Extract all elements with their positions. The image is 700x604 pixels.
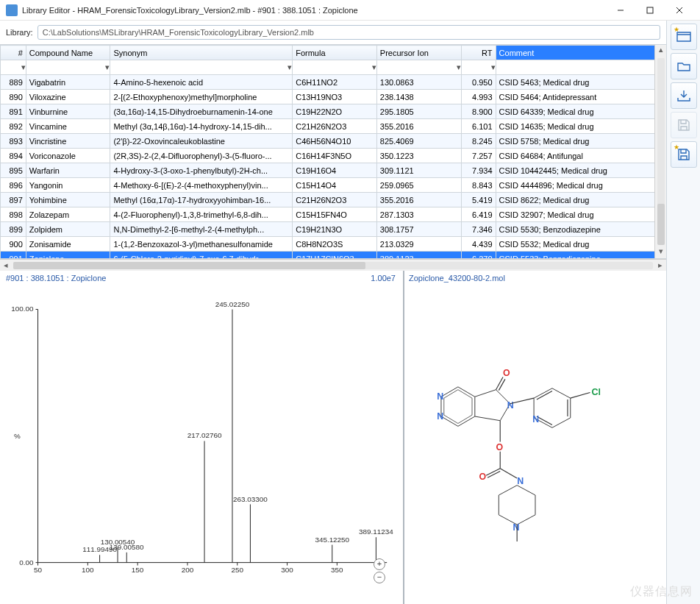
cell-com[interactable]: CSID 5533; Benzodiazepine [496,252,665,260]
table-hscrollbar[interactable]: ◂▸ [0,259,666,271]
table-row[interactable]: 901Zopiclone6-(5-Chloro-2-pyridinyl)-7-o… [1,252,666,260]
cell-syn[interactable]: 6-(5-Chloro-2-pyridinyl)-7-oxo-6,7-dihyd… [110,252,293,260]
table-row[interactable]: 892VincamineMethyl (3α,14β,16α)-14-hydro… [1,119,666,134]
save-button[interactable] [671,112,697,138]
cell-formula[interactable]: C13H19NO3 [293,90,377,104]
cell-name[interactable]: Voriconazole [26,149,110,163]
table-row[interactable]: 896Yangonin4-Methoxy-6-[(E)-2-(4-methoxy… [1,178,666,193]
table-row[interactable]: 893Vincristine(2'β)-22-Oxovincaleukoblas… [1,134,666,149]
cell-syn[interactable]: N,N-Dimethyl-2-[6-methyl-2-(4-methylph..… [110,222,293,237]
cell-rt[interactable]: 8.900 [461,104,496,119]
table-row[interactable]: 897YohimbineMethyl (16α,17α)-17-hydroxyy… [1,193,666,207]
cell-com[interactable]: CSID 5758; Medical drug [496,134,665,149]
cell-com[interactable]: CSID 5463; Medical drug [496,75,665,90]
cell-prec[interactable]: 355.2016 [376,193,461,207]
cell-idx[interactable]: 899 [1,222,26,237]
cell-prec[interactable]: 213.0329 [376,237,461,252]
cell-prec[interactable]: 825.4069 [376,134,461,149]
zoom-in-button[interactable]: + [374,558,385,570]
minimize-button[interactable] [606,0,635,21]
cell-rt[interactable]: 8.843 [461,178,496,193]
new-library-button[interactable]: ★ [671,24,697,50]
col-comment[interactable]: Comment [496,46,665,60]
cell-prec[interactable]: 350.1223 [376,149,461,163]
cell-syn[interactable]: 1-(1,2-Benzoxazol-3-yl)methanesulfonamid… [110,237,293,252]
cell-prec[interactable]: 287.1303 [376,207,461,222]
cell-rt[interactable]: 6.270 [461,252,496,260]
cell-name[interactable]: Warfarin [26,163,110,178]
cell-formula[interactable]: C15H15FN4O [293,207,377,222]
cell-idx[interactable]: 901 [1,252,26,260]
cell-com[interactable]: CSID 64339; Medical drug [496,104,665,119]
cell-name[interactable]: Vincristine [26,134,110,149]
cell-name[interactable]: Zonisamide [26,237,110,252]
cell-rt[interactable]: 4.993 [461,90,496,104]
table-row[interactable]: 894Voriconazole(2R,3S)-2-(2,4-Difluoroph… [1,149,666,163]
cell-name[interactable]: Yohimbine [26,193,110,207]
cell-name[interactable]: Vigabatrin [26,75,110,90]
import-button[interactable] [671,82,697,109]
cell-com[interactable]: CSID 32907; Medical drug [496,207,665,222]
table-vscrollbar[interactable]: ▴▾ [654,45,666,258]
cell-idx[interactable]: 893 [1,134,26,149]
maximize-button[interactable] [635,0,665,21]
cell-idx[interactable]: 889 [1,75,26,90]
cell-syn[interactable]: (2'β)-22-Oxovincaleukoblastine [110,134,293,149]
cell-com[interactable]: CSID 8622; Medical drug [496,193,665,207]
cell-formula[interactable]: C8H8N2O3S [293,237,377,252]
cell-rt[interactable]: 7.934 [461,163,496,178]
table-header-row[interactable]: # Compound Name Synonym Formula Precurso… [1,46,666,60]
compound-table[interactable]: # Compound Name Synonym Formula Precurso… [0,44,666,259]
cell-prec[interactable]: 389.1123 [376,252,461,260]
cell-idx[interactable]: 900 [1,237,26,252]
close-button[interactable] [665,0,694,21]
filter-icon[interactable]: ▾ [491,63,496,72]
cell-formula[interactable]: C19H16O4 [293,163,377,178]
table-row[interactable]: 891Vinburnine(3α,16α)-14,15-Dihydroeburn… [1,104,666,119]
filter-icon[interactable]: ▾ [372,63,376,72]
zoom-out-button[interactable]: − [374,572,385,583]
cell-idx[interactable]: 896 [1,178,26,193]
cell-prec[interactable]: 308.1757 [376,222,461,237]
cell-formula[interactable]: C16H14F3N5O [293,149,377,163]
col-name[interactable]: Compound Name [26,46,110,60]
spectrum-pane[interactable]: #901 : 388.1051 : Zopiclone 1.00e7 100.0… [0,271,404,604]
filter-icon[interactable]: ▾ [21,63,26,72]
cell-prec[interactable]: 259.0965 [376,178,461,193]
cell-name[interactable]: Vinburnine [26,104,110,119]
cell-com[interactable]: CSID 14635; Medical drug [496,119,665,134]
cell-idx[interactable]: 890 [1,90,26,104]
cell-idx[interactable]: 892 [1,119,26,134]
open-library-button[interactable] [671,53,697,79]
cell-formula[interactable]: C17H17ClN6O3 [293,252,377,260]
cell-formula[interactable]: C21H26N2O3 [293,193,377,207]
col-rt[interactable]: RT [461,46,496,60]
col-index[interactable]: # [1,46,26,60]
cell-name[interactable]: Yangonin [26,178,110,193]
cell-syn[interactable]: 4-(2-Fluorophenyl)-1,3,8-trimethyl-6,8-d… [110,207,293,222]
table-row[interactable]: 889Vigabatrin4-Amino-5-hexenoic acidC6H1… [1,75,666,90]
cell-com[interactable]: CSID 4444896; Medical drug [496,178,665,193]
cell-formula[interactable]: C46H56N4O10 [293,134,377,149]
cell-idx[interactable]: 895 [1,163,26,178]
structure-pane[interactable]: Zopiclone_43200-80-2.mol N N O N [404,271,666,604]
spectrum-chart[interactable]: 100.000.00%50100150200250300350111.99490… [6,283,399,598]
cell-formula[interactable]: C19H22N2O [293,104,377,119]
cell-formula[interactable]: C19H21N3O [293,222,377,237]
table-row[interactable]: 895Warfarin4-Hydroxy-3-(3-oxo-1-phenylbu… [1,163,666,178]
cell-syn[interactable]: 4-Hydroxy-3-(3-oxo-1-phenylbutyl)-2H-ch.… [110,163,293,178]
cell-rt[interactable]: 8.245 [461,134,496,149]
cell-formula[interactable]: C6H11NO2 [293,75,377,90]
cell-com[interactable]: CSID 5532; Medical drug [496,237,665,252]
cell-formula[interactable]: C21H26N2O3 [293,119,377,134]
col-precursor[interactable]: Precursor Ion [376,46,461,60]
cell-com[interactable]: CSID 5464; Antidepressant [496,90,665,104]
cell-idx[interactable]: 897 [1,193,26,207]
library-path-field[interactable]: C:\LabSolutions\MSLibrary\HRAM_ForensicT… [38,25,660,40]
cell-com[interactable]: CSID 10442445; Medical drug [496,163,665,178]
filter-icon[interactable]: ▾ [105,63,110,72]
cell-syn[interactable]: 4-Amino-5-hexenoic acid [110,75,293,90]
table-row[interactable]: 899ZolpidemN,N-Dimethyl-2-[6-methyl-2-(4… [1,222,666,237]
cell-prec[interactable]: 130.0863 [376,75,461,90]
cell-prec[interactable]: 309.1121 [376,163,461,178]
